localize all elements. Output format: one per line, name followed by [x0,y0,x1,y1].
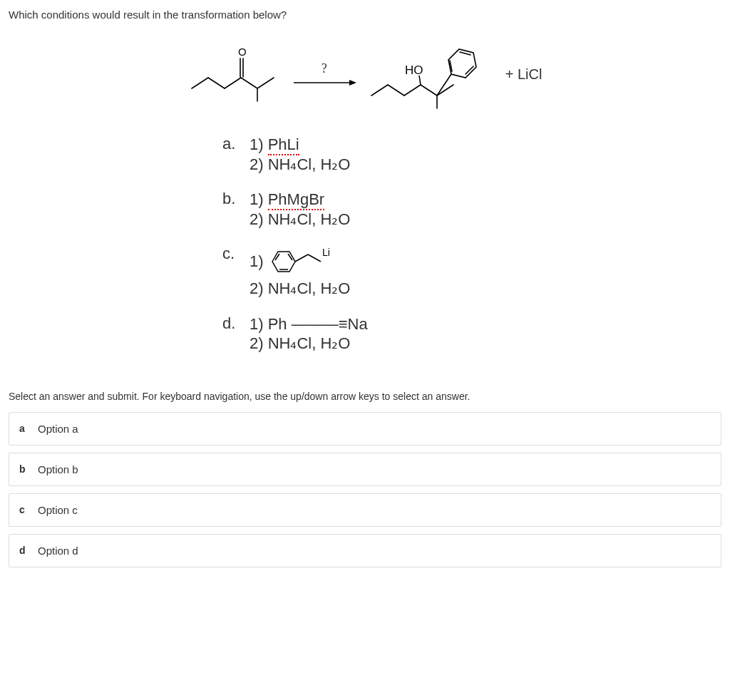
svg-line-28 [308,254,321,262]
line2: 2) NH₄Cl, H₂O [250,155,350,175]
svg-line-20 [460,52,471,55]
svg-line-16 [437,85,453,96]
condition-a: a. 1) PhLi 2) NH₄Cl, H₂O [222,135,557,174]
reagent-b: PhMgBr [268,190,324,210]
answer-label: Option a [38,423,78,435]
condition-letter: b. [222,190,250,208]
svg-line-17 [437,74,451,96]
line1-prefix: 1) [250,190,268,208]
answer-key: a [19,423,38,434]
line2: 2) NH₄Cl, H₂O [250,210,350,230]
answer-key: b [19,463,38,475]
byproduct-text: + LiCl [505,66,543,83]
instructions-text: Select an answer and submit. For keyboar… [9,391,721,402]
line2: 2) NH₄Cl, H₂O [250,279,350,299]
svg-text:Li: Li [322,247,330,258]
condition-letter: d. [222,314,250,333]
svg-line-7 [257,78,274,88]
answer-label: Option c [38,504,78,516]
arrow-icon [292,78,356,88]
arrow-label: ? [322,61,327,76]
hydroxyl-label: HO [405,63,423,77]
condition-b: b. 1) PhMgBr 2) NH₄Cl, H₂O [222,190,557,229]
question-text: Which conditions would result in the tra… [9,9,721,21]
svg-line-13 [404,85,421,96]
answer-label: Option d [38,545,78,557]
starting-material-structure: O [188,46,281,103]
conditions-list: a. 1) PhLi 2) NH₄Cl, H₂O b. 1) PhMgBr 2)… [222,135,557,354]
condition-d: d. 1) Ph ———≡Na 2) NH₄Cl, H₂O [222,314,557,354]
svg-marker-18 [448,49,476,78]
line1: 1) Ph ———≡Na [250,314,368,334]
answer-options: a Option a b Option b c Option c d Optio… [9,412,721,567]
svg-line-27 [295,254,308,262]
svg-line-14 [421,85,437,96]
svg-line-11 [371,85,388,96]
answer-option-c[interactable]: c Option c [9,493,721,527]
line1-prefix: 1) [250,135,268,153]
condition-letter: c. [222,245,250,263]
answer-key: d [19,545,38,556]
reagent-a: PhLi [268,135,299,155]
reaction-arrow: ? [292,61,356,88]
svg-line-0 [192,78,208,88]
line1-prefix: 1) [250,252,264,272]
svg-line-21 [466,66,473,74]
svg-text:O: O [238,46,247,58]
answer-key: c [19,504,38,515]
svg-line-3 [241,78,257,88]
benzyl-lithium-structure: Li [264,245,342,279]
answer-option-a[interactable]: a Option a [9,412,721,446]
answer-label: Option b [38,463,78,475]
reaction-scheme: O ? [173,35,557,113]
product-structure: HO [368,35,493,113]
condition-letter: a. [222,135,250,153]
answer-option-d[interactable]: d Option d [9,534,721,567]
svg-line-12 [388,85,404,96]
answer-option-b[interactable]: b Option b [9,453,721,486]
condition-c: c. 1) Li [222,245,557,299]
line2: 2) NH₄Cl, H₂O [250,334,368,354]
svg-marker-23 [272,252,295,272]
svg-line-2 [225,78,241,88]
svg-marker-10 [349,80,356,86]
svg-line-1 [208,78,225,88]
chemistry-figure: O ? [9,35,721,369]
